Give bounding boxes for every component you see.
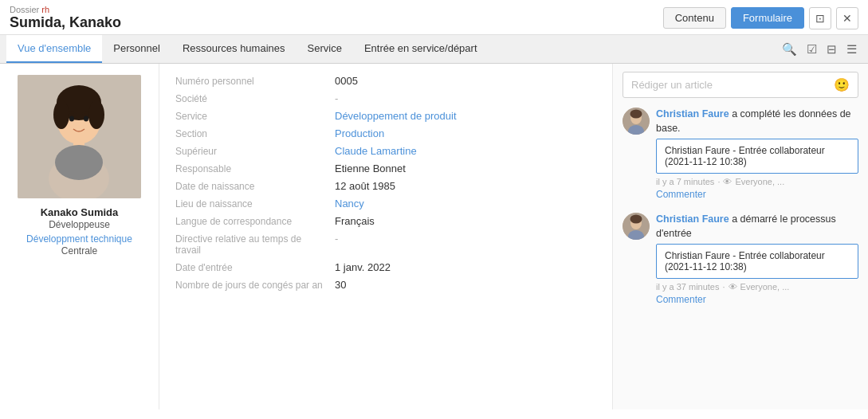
center-panel: Numéro personnel0005Société-ServiceDével…: [159, 64, 613, 409]
field-value: 30: [335, 279, 346, 291]
activity-text: Christian Faure a complété les données d…: [656, 108, 858, 135]
field-label: Date de naissance: [175, 181, 335, 192]
field-label: Société: [175, 93, 335, 104]
activity-author[interactable]: Christian Faure: [656, 213, 729, 225]
field-label: Section: [175, 128, 335, 139]
field-value[interactable]: Production: [335, 127, 384, 139]
avatar: [18, 75, 141, 198]
search-icon[interactable]: 🔍: [780, 41, 799, 58]
field-row: Langue de correspondanceFrançais: [175, 215, 596, 227]
close-button[interactable]: ✕: [836, 7, 858, 29]
page-title: Sumida, Kanako: [10, 14, 121, 31]
left-panel: Kanako Sumida Développeuse Développment …: [0, 64, 159, 409]
tab-ressources-humaines[interactable]: Ressources humaines: [171, 35, 297, 63]
activity-visibility: Everyone, ...: [735, 177, 784, 186]
tab-service[interactable]: Service: [297, 35, 353, 63]
compose-emoji-icon[interactable]: 🙂: [834, 77, 850, 92]
field-row: ServiceDéveloppement de produit: [175, 110, 596, 122]
compose-placeholder: Rédiger un article: [631, 79, 834, 91]
field-label: Responsable: [175, 163, 335, 174]
tab-personnel[interactable]: Personnel: [102, 35, 171, 63]
field-label: Supérieur: [175, 146, 335, 157]
field-value: 0005: [335, 75, 358, 87]
svg-point-8: [69, 116, 74, 122]
activity-visibility: Everyone, ...: [740, 282, 790, 292]
activity-meta: il y a 37 minutes · 👁 Everyone, ...: [656, 282, 858, 292]
field-label: Service: [175, 111, 335, 122]
activity-comment-button[interactable]: Commenter: [656, 189, 858, 200]
activity-feed: Christian Faure a complété les données d…: [623, 108, 858, 305]
field-label: Date d'entrée: [175, 262, 335, 273]
layout-icon[interactable]: ☰: [845, 41, 858, 58]
tab-entree-service[interactable]: Entrée en service/départ: [353, 35, 489, 63]
check-icon[interactable]: ☑: [805, 41, 819, 58]
main-content: Kanako Sumida Développeuse Développment …: [0, 64, 868, 409]
field-label: Langue de correspondance: [175, 216, 335, 227]
formulaire-button[interactable]: Formulaire: [731, 7, 804, 29]
field-row: Société-: [175, 92, 596, 104]
field-value[interactable]: Claude Lamartine: [335, 145, 417, 157]
person-name: Kanako Sumida: [41, 206, 119, 218]
activity-item: Christian Faure a démarré le processus d…: [623, 213, 858, 305]
separator: ·: [717, 177, 720, 186]
eye-icon: 👁: [723, 177, 732, 186]
dossier-tag: rh: [41, 5, 49, 14]
svg-point-3: [53, 100, 69, 129]
field-label: Nombre de jours de congés par an: [175, 280, 335, 291]
compose-area[interactable]: Rédiger un article 🙂: [623, 72, 858, 98]
field-value: -: [335, 92, 338, 104]
activity-panel: Rédiger un article 🙂 Christian Faure a c…: [613, 64, 868, 409]
header: Dossier rh Sumida, Kanako Contenu Formul…: [0, 0, 868, 35]
eye-icon: 👁: [729, 282, 737, 292]
fields-container: Numéro personnel0005Société-ServiceDével…: [175, 75, 596, 291]
tabs-toolbar: 🔍 ☑ ⊟ ☰: [780, 41, 862, 58]
field-value[interactable]: Développement de produit: [335, 110, 457, 122]
header-left: Dossier rh Sumida, Kanako: [10, 5, 121, 31]
svg-point-7: [55, 145, 103, 180]
split-view-button[interactable]: ⊡: [809, 7, 831, 29]
contenu-button[interactable]: Contenu: [663, 7, 726, 29]
field-value[interactable]: Nancy: [335, 198, 364, 210]
activity-avatar: [623, 213, 650, 240]
person-title: Développeuse: [49, 219, 110, 230]
field-row: Date d'entrée1 janv. 2022: [175, 261, 596, 273]
activity-item: Christian Faure a complété les données d…: [623, 108, 858, 200]
filter-icon[interactable]: ⊟: [825, 41, 839, 58]
dossier-label: Dossier rh: [10, 5, 121, 14]
field-value: Français: [335, 215, 375, 227]
activity-text: Christian Faure a démarré le processus d…: [656, 213, 858, 241]
svg-point-12: [630, 110, 642, 119]
field-row: Lieu de naissanceNancy: [175, 198, 596, 210]
activity-avatar: [623, 108, 650, 135]
field-value: 12 août 1985: [335, 180, 395, 192]
field-label: Numéro personnel: [175, 76, 335, 87]
separator: ·: [722, 282, 725, 292]
field-row: Date de naissance12 août 1985: [175, 180, 596, 192]
field-value: Etienne Bonnet: [335, 163, 406, 174]
field-row: Directive relative au temps de travail-: [175, 233, 596, 256]
activity-meta: il y a 7 minutes · 👁 Everyone, ...: [656, 177, 858, 186]
activity-time: il y a 7 minutes: [656, 177, 714, 186]
tab-vue-ensemble[interactable]: Vue d'ensemble: [6, 35, 102, 63]
field-row: Nombre de jours de congés par an30: [175, 279, 596, 291]
person-dept[interactable]: Développment technique: [26, 233, 132, 245]
activity-time: il y a 37 minutes: [656, 282, 719, 292]
field-value: 1 janv. 2022: [335, 261, 391, 273]
tabs-bar: Vue d'ensemble Personnel Ressources huma…: [0, 35, 868, 64]
activity-card[interactable]: Christian Faure - Entrée collaborateur (…: [656, 244, 858, 279]
header-actions: Contenu Formulaire ⊡ ✕: [663, 7, 858, 29]
field-row: Numéro personnel0005: [175, 75, 596, 87]
field-row: ResponsableEtienne Bonnet: [175, 163, 596, 174]
activity-body: Christian Faure a démarré le processus d…: [656, 213, 858, 305]
activity-author[interactable]: Christian Faure: [656, 108, 729, 119]
field-row: SectionProduction: [175, 127, 596, 139]
field-row: SupérieurClaude Lamartine: [175, 145, 596, 157]
field-label: Lieu de naissance: [175, 198, 335, 210]
field-value: -: [335, 233, 338, 245]
svg-point-9: [84, 116, 88, 122]
person-sub: Centrale: [61, 245, 97, 256]
activity-card[interactable]: Christian Faure - Entrée collaborateur (…: [656, 139, 858, 174]
svg-point-4: [88, 100, 104, 129]
activity-body: Christian Faure a complété les données d…: [656, 108, 858, 200]
activity-comment-button[interactable]: Commenter: [656, 294, 858, 305]
